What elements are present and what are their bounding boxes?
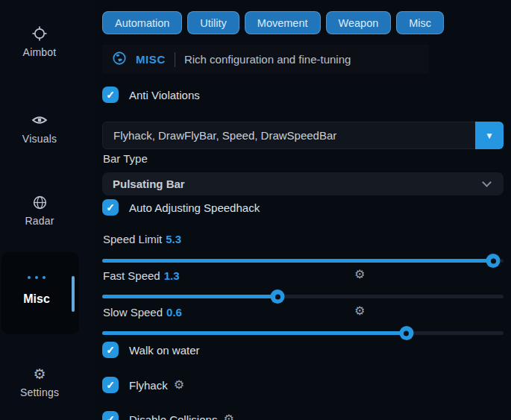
slider-fill — [102, 331, 407, 335]
crosshair-icon — [31, 25, 48, 42]
app-window: Aimbot Visuals Radar Mi — [0, 0, 511, 420]
dropdown-open-button[interactable]: ▼ — [475, 122, 504, 149]
slider-fill — [102, 259, 493, 263]
slider-value: 1.3 — [164, 269, 180, 282]
slider-label-fast-speed: Fast Speed1.3 ⚙ — [103, 269, 180, 282]
checkbox-text: Flyhack — [129, 379, 168, 392]
tab-weapon[interactable]: Weapon — [326, 11, 392, 34]
checkbox-row-flyhack[interactable]: ✓ Flyhack ⚙ — [102, 377, 184, 393]
header-divider — [175, 52, 175, 67]
checkbox-label: Disable Collisions ⚙ — [129, 413, 234, 420]
chevron-down-icon — [482, 178, 492, 187]
select-value: Pulsating Bar — [113, 178, 185, 190]
tab-automation[interactable]: Automation — [102, 11, 182, 34]
checkbox-row-anti-violations[interactable]: ✓ Anti Violations — [102, 87, 200, 103]
sidebar-item-settings[interactable]: ⚙ Settings — [0, 366, 79, 398]
sidebar-label-radar: Radar — [25, 215, 54, 227]
globe-icon — [112, 51, 127, 69]
slider-name: Slow Speed — [103, 306, 163, 319]
slider-value: 0.6 — [166, 306, 182, 319]
tab-bar: Automation Utility Movement Weapon Misc — [102, 11, 444, 34]
section-title: MISC — [136, 53, 166, 66]
slider-label-slow-speed: Slow Speed0.6 ⚙ — [103, 306, 182, 319]
main-content: Automation Utility Movement Weapon Misc … — [102, 0, 504, 420]
sidebar-item-misc-active[interactable]: Misc — [1, 252, 79, 334]
sidebar-item-aimbot[interactable]: Aimbot — [0, 25, 79, 58]
triangle-down-icon: ▼ — [485, 131, 494, 141]
checkbox-label: Flyhack ⚙ — [129, 379, 184, 392]
bar-type-select[interactable]: Pulsating Bar — [102, 172, 504, 195]
multiselect-value: Flyhack, DrawFlyBar, Speed, DrawSpeedBar — [103, 129, 476, 142]
sidebar-label-misc: Misc — [1, 292, 72, 306]
check-icon: ✓ — [106, 201, 115, 213]
check-icon: ✓ — [106, 379, 115, 391]
tab-movement[interactable]: Movement — [245, 11, 321, 34]
checkbox-checked[interactable]: ✓ — [102, 411, 119, 420]
checkbox-label: Walk on water — [129, 344, 199, 357]
checkbox-row-auto-adjusting[interactable]: ✓ Auto Adjusting Speedhack — [102, 199, 260, 216]
gear-icon[interactable]: ⚙ — [174, 379, 184, 391]
sidebar-label-settings: Settings — [20, 386, 59, 398]
check-icon: ✓ — [106, 89, 115, 101]
sidebar-label-visuals: Visuals — [22, 133, 57, 145]
sidebar-item-visuals[interactable]: Visuals — [0, 112, 79, 145]
section-subtitle: Rich configuration and fine-tuning — [184, 53, 351, 66]
checkbox-checked[interactable]: ✓ — [102, 377, 119, 393]
sidebar: Aimbot Visuals Radar Mi — [0, 0, 97, 420]
slider-speed-limit[interactable] — [102, 253, 504, 268]
slider-fast-speed[interactable] — [102, 289, 504, 304]
slider-fill — [102, 295, 278, 298]
bar-type-label: Bar Type — [103, 152, 148, 165]
gear-icon[interactable]: ⚙ — [354, 305, 365, 317]
sidebar-label-aimbot: Aimbot — [23, 46, 57, 58]
section-header: MISC Rich configuration and fine-tuning — [102, 45, 429, 74]
slider-label-speed-limit: Speed Limit5.3 — [103, 233, 181, 245]
check-icon: ✓ — [106, 344, 115, 356]
sidebar-item-radar[interactable]: Radar — [0, 194, 79, 227]
tab-misc[interactable]: Misc — [396, 11, 444, 34]
checkbox-row-disable-collisions[interactable]: ✓ Disable Collisions ⚙ — [102, 411, 234, 420]
gear-icon[interactable]: ⚙ — [354, 269, 365, 280]
slider-name: Speed Limit — [103, 233, 162, 245]
bar-multiselect-field[interactable]: Flyhack, DrawFlyBar, Speed, DrawSpeedBar… — [102, 122, 504, 149]
gear-icon[interactable]: ⚙ — [223, 413, 233, 420]
dots-icon — [1, 276, 72, 279]
checkbox-checked[interactable]: ✓ — [102, 342, 119, 358]
slider-handle[interactable] — [271, 289, 285, 304]
slider-handle[interactable] — [399, 326, 413, 340]
slider-value: 5.3 — [166, 233, 181, 245]
check-icon: ✓ — [106, 413, 115, 420]
eye-icon — [31, 112, 48, 128]
checkbox-row-walk-on-water[interactable]: ✓ Walk on water — [102, 342, 199, 358]
tab-utility[interactable]: Utility — [187, 11, 239, 34]
globe-icon — [31, 194, 48, 210]
active-indicator-bar — [72, 276, 75, 312]
checkbox-checked[interactable]: ✓ — [102, 199, 119, 216]
slider-name: Fast Speed — [103, 269, 160, 282]
checkbox-label: Anti Violations — [129, 89, 200, 101]
checkbox-label: Auto Adjusting Speedhack — [129, 201, 260, 214]
checkbox-text: Disable Collisions — [129, 413, 217, 420]
slider-slow-speed[interactable] — [102, 325, 504, 340]
checkbox-checked[interactable]: ✓ — [102, 87, 119, 103]
gear-icon: ⚙ — [31, 366, 48, 382]
slider-handle[interactable] — [486, 254, 501, 268]
